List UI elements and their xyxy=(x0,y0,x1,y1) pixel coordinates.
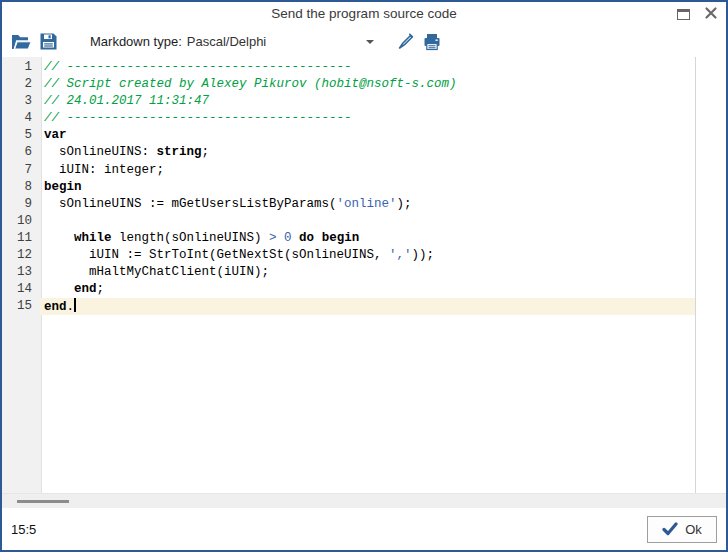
close-button[interactable] xyxy=(704,6,718,20)
toolbar: Markdown type: Pascal/Delphi xyxy=(2,26,726,57)
code-line[interactable]: 11 while length(sOnlineUINS) > 0 do begi… xyxy=(2,230,695,247)
markdown-type-value: Pascal/Delphi xyxy=(187,34,267,49)
code-line[interactable]: 3// 24.01.2017 11:31:47 xyxy=(2,93,695,110)
caret-position: 15:5 xyxy=(11,522,36,537)
status-bar: 15:5 Ok xyxy=(2,508,726,550)
ok-button-label: Ok xyxy=(685,522,702,537)
line-number: 12 xyxy=(2,247,40,264)
code-line[interactable]: 7 iUIN: integer; xyxy=(2,162,695,179)
code-line[interactable]: 9 sOnlineUINS := mGetUsersListByParams('… xyxy=(2,196,695,213)
line-number: 15 xyxy=(2,298,40,315)
code-line[interactable]: 10 xyxy=(2,213,695,230)
save-button[interactable] xyxy=(37,31,59,53)
code-text: // -------------------------------------… xyxy=(40,59,352,76)
line-number: 5 xyxy=(2,127,40,144)
code-line[interactable]: 1// ------------------------------------… xyxy=(2,59,695,76)
code-text xyxy=(40,213,44,230)
send-button[interactable] xyxy=(394,31,416,53)
code-line[interactable]: 15end. xyxy=(2,298,695,315)
code-line[interactable]: 12 iUIN := StrToInt(GetNextSt(sOnlineUIN… xyxy=(2,247,695,264)
code-text: sOnlineUINS: string; xyxy=(40,144,209,161)
line-number: 9 xyxy=(2,196,40,213)
code-text: iUIN: integer; xyxy=(40,162,164,179)
code-line[interactable]: 14 end; xyxy=(2,281,695,298)
code-text: end; xyxy=(40,281,104,298)
code-text: // -------------------------------------… xyxy=(40,110,352,127)
send-quill-icon xyxy=(395,32,415,52)
text-cursor xyxy=(74,298,76,312)
markdown-type-combobox[interactable]: Markdown type: Pascal/Delphi xyxy=(90,30,378,54)
line-number: 11 xyxy=(2,230,40,247)
code-text: begin xyxy=(40,179,82,196)
chevron-down-icon xyxy=(366,40,374,44)
code-line[interactable]: 2// Script created by Alexey Pikurov (ho… xyxy=(2,76,695,93)
check-icon xyxy=(662,522,678,536)
code-text: while length(sOnlineUINS) > 0 do begin xyxy=(40,230,359,247)
line-number: 6 xyxy=(2,144,40,161)
ok-button[interactable]: Ok xyxy=(647,516,717,543)
line-number: 4 xyxy=(2,110,40,127)
code-line[interactable]: 6 sOnlineUINS: string; xyxy=(2,144,695,161)
close-icon xyxy=(704,6,718,20)
line-number: 14 xyxy=(2,281,40,298)
line-number: 7 xyxy=(2,162,40,179)
code-text: mHaltMyChatClient(iUIN); xyxy=(40,264,269,281)
save-icon xyxy=(39,32,58,51)
line-number: 1 xyxy=(2,59,40,76)
code-text: // 24.01.2017 11:31:47 xyxy=(40,93,209,110)
dialog-window: Send the program source code xyxy=(0,0,728,552)
print-icon xyxy=(422,32,442,52)
code-text: iUIN := StrToInt(GetNextSt(sOnlineUINS, … xyxy=(40,247,434,264)
markdown-type-label: Markdown type: xyxy=(90,34,182,49)
line-number: 8 xyxy=(2,179,40,196)
line-number: 3 xyxy=(2,93,40,110)
code-line[interactable]: 8begin xyxy=(2,179,695,196)
horizontal-scrollbar[interactable] xyxy=(2,493,726,508)
code-text: // Script created by Alexey Pikurov (hob… xyxy=(40,76,457,93)
code-text: var xyxy=(40,127,67,144)
code-text: end. xyxy=(40,298,76,315)
code-editor[interactable]: 1// ------------------------------------… xyxy=(2,57,726,493)
scrollbar-thumb[interactable] xyxy=(17,500,69,503)
code-line[interactable]: 5var xyxy=(2,127,695,144)
code-line[interactable]: 4// ------------------------------------… xyxy=(2,110,695,127)
line-number: 10 xyxy=(2,213,40,230)
open-file-button[interactable] xyxy=(10,31,32,53)
open-folder-icon xyxy=(11,33,32,51)
line-number: 13 xyxy=(2,264,40,281)
maximize-button[interactable] xyxy=(677,9,690,20)
window-title: Send the program source code xyxy=(2,6,726,21)
code-line[interactable]: 13 mHaltMyChatClient(iUIN); xyxy=(2,264,695,281)
code-lines: 1// ------------------------------------… xyxy=(2,57,726,315)
line-number: 2 xyxy=(2,76,40,93)
title-bar: Send the program source code xyxy=(2,2,726,26)
print-button[interactable] xyxy=(421,31,443,53)
code-text: sOnlineUINS := mGetUsersListByParams('on… xyxy=(40,196,412,213)
